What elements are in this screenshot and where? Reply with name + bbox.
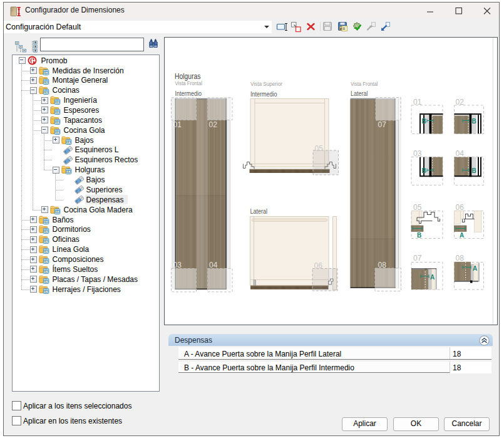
svg-text:Lateral: Lateral bbox=[351, 90, 368, 97]
svg-text:03: 03 bbox=[173, 261, 182, 269]
svg-text:05: 05 bbox=[315, 144, 324, 153]
svg-text:05: 05 bbox=[413, 203, 422, 212]
svg-text:08: 08 bbox=[456, 254, 465, 263]
svg-text:03: 03 bbox=[413, 149, 422, 158]
svg-text:02: 02 bbox=[209, 120, 218, 129]
svg-text:07: 07 bbox=[378, 120, 387, 129]
svg-text:B: B bbox=[417, 232, 421, 239]
svg-text:Vista Superior: Vista Superior bbox=[250, 80, 282, 87]
svg-text:A: A bbox=[430, 274, 435, 281]
svg-text:08: 08 bbox=[378, 261, 387, 269]
svg-text:07: 07 bbox=[413, 254, 422, 263]
svg-text:Intermedio: Intermedio bbox=[250, 90, 277, 98]
svg-text:A: A bbox=[473, 265, 477, 272]
svg-text:Vista Frontal: Vista Frontal bbox=[351, 80, 378, 87]
svg-text:04: 04 bbox=[209, 261, 218, 269]
svg-text:Lateral: Lateral bbox=[250, 207, 268, 215]
svg-text:01: 01 bbox=[173, 120, 182, 129]
svg-text:B: B bbox=[422, 167, 426, 174]
svg-text:B: B bbox=[472, 167, 476, 174]
svg-text:B: B bbox=[472, 118, 476, 125]
svg-text:A: A bbox=[460, 232, 464, 239]
svg-text:04: 04 bbox=[456, 149, 465, 158]
svg-text:Vista Frontal: Vista Frontal bbox=[175, 80, 203, 86]
svg-text:B: B bbox=[422, 118, 426, 125]
svg-text:=: = bbox=[342, 26, 346, 31]
svg-text:Intermedio: Intermedio bbox=[175, 90, 202, 97]
svg-text:06: 06 bbox=[314, 261, 323, 270]
svg-text:06: 06 bbox=[456, 203, 465, 212]
